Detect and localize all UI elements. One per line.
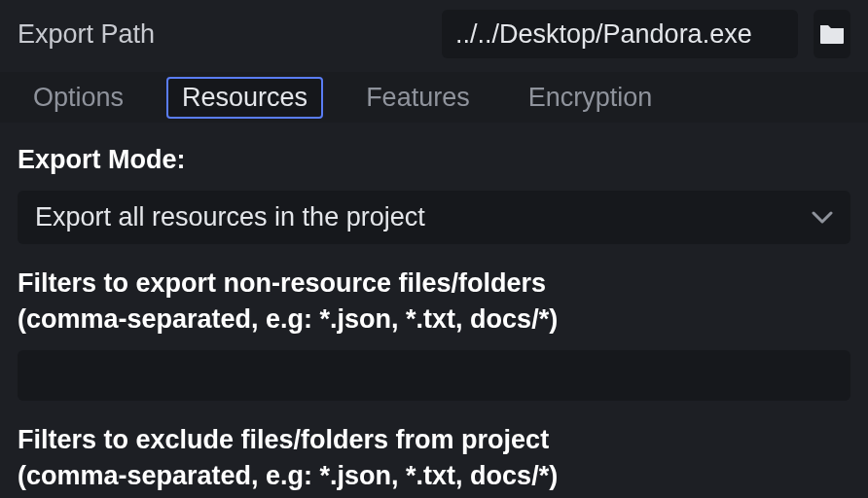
filters-exclude-label-line1: Filters to exclude files/folders from pr…	[18, 425, 549, 454]
content-panel: Export Mode: Export all resources in the…	[0, 123, 868, 498]
filters-include-input[interactable]	[18, 350, 850, 401]
browse-button[interactable]	[814, 10, 850, 58]
export-mode-value: Export all resources in the project	[35, 202, 425, 232]
chevron-down-icon	[812, 211, 833, 225]
export-path-label: Export Path	[18, 19, 426, 50]
filters-exclude-label-line2: (comma-separated, e.g: *.json, *.txt, do…	[18, 461, 558, 490]
tab-encryption[interactable]: Encryption	[513, 77, 669, 119]
export-mode-label: Export Mode:	[18, 142, 850, 177]
tab-features[interactable]: Features	[350, 77, 486, 119]
export-mode-dropdown[interactable]: Export all resources in the project	[18, 191, 850, 244]
tab-bar: Options Resources Features Encryption	[0, 72, 868, 123]
filters-include-label-line1: Filters to export non-resource files/fol…	[18, 268, 546, 298]
tab-options[interactable]: Options	[18, 77, 139, 119]
filters-exclude-label: Filters to exclude files/folders from pr…	[18, 422, 850, 493]
tab-resources[interactable]: Resources	[166, 77, 323, 119]
export-path-input[interactable]	[442, 10, 798, 58]
filters-include-label-line2: (comma-separated, e.g: *.json, *.txt, do…	[18, 304, 558, 334]
folder-icon	[818, 22, 846, 46]
export-path-row: Export Path	[0, 0, 868, 72]
filters-include-label: Filters to export non-resource files/fol…	[18, 266, 850, 337]
